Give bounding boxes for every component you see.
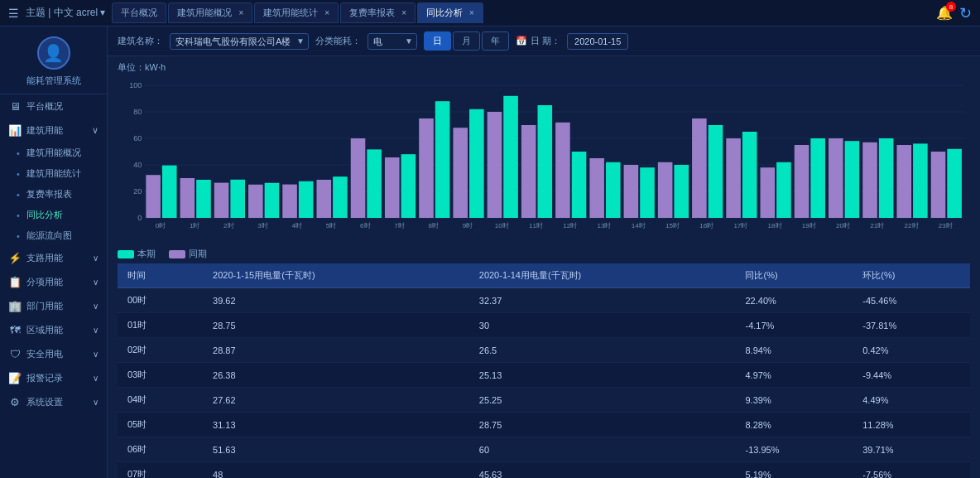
- svg-rect-60: [692, 118, 707, 218]
- table-row: 02时28.8726.58.94%0.42%: [118, 338, 970, 363]
- svg-rect-61: [709, 125, 723, 218]
- svg-text:5时: 5时: [326, 222, 337, 229]
- sidebar-label-sub: 分项用能: [26, 276, 63, 288]
- sidebar-sub-item-flow[interactable]: 能源流向图: [8, 225, 107, 246]
- building-select[interactable]: 安科瑞电气股份有限公司A楼: [170, 33, 309, 50]
- btn-year[interactable]: 年: [482, 31, 509, 51]
- svg-rect-43: [503, 96, 518, 218]
- date-value[interactable]: 2020-01-15: [567, 33, 628, 50]
- tab-close-icon[interactable]: ×: [238, 8, 243, 17]
- safety-icon: 🛡: [8, 348, 22, 360]
- chart-area: 单位：kW·h 0204060801000时1时2时3时4时5时6时7时8时9时…: [108, 56, 980, 263]
- table-row: 07时4845.635.19%-7.56%: [118, 462, 970, 479]
- svg-rect-39: [453, 128, 468, 218]
- svg-rect-24: [282, 185, 297, 218]
- main-layout: 👤 能耗管理系统 🖥 平台概况 📊 建筑用能 ∨ 建筑用能概况 建筑用能统计: [0, 27, 980, 478]
- tab-close-icon[interactable]: ×: [401, 8, 406, 17]
- table-cell: 26.38: [203, 363, 469, 388]
- tab-item-复费率报表[interactable]: 复费率报表×: [340, 2, 416, 23]
- sidebar-item-safety[interactable]: 🛡 安全用电 ∨: [0, 342, 107, 366]
- sidebar-item-sub[interactable]: 📋 分项用能 ∨: [0, 270, 107, 294]
- table-header-cell: 同比(%): [735, 263, 853, 288]
- table-cell: 11.28%: [853, 413, 970, 437]
- sidebar-item-dept[interactable]: 🏢 部门用能 ∨: [0, 294, 107, 318]
- table-cell: 04时: [118, 388, 203, 413]
- legend-current: 本期: [118, 248, 156, 260]
- svg-text:15时: 15时: [665, 222, 680, 229]
- table-header-row: 时间2020-1-15用电量(千瓦时)2020-1-14用电量(千瓦时)同比(%…: [118, 263, 970, 288]
- table-cell: 25.25: [469, 388, 736, 413]
- table-cell: 39.62: [203, 288, 469, 313]
- table-cell: 32.37: [469, 288, 736, 313]
- svg-rect-76: [879, 138, 894, 218]
- svg-text:21时: 21时: [870, 222, 884, 229]
- tab-item-平台概况[interactable]: 平台概况: [112, 2, 166, 23]
- svg-text:0: 0: [137, 214, 142, 222]
- svg-text:16时: 16时: [699, 222, 713, 229]
- branch-chevron: ∨: [93, 253, 98, 263]
- tabs-bar: 平台概况建筑用能概况×建筑用能统计×复费率报表×同比分析×: [112, 2, 936, 23]
- svg-rect-21: [248, 185, 263, 218]
- legend-prev-color: [169, 250, 185, 258]
- legend-current-label: 本期: [137, 248, 156, 260]
- sidebar-item-region[interactable]: 🗺 区域用能 ∨: [0, 318, 107, 342]
- sidebar-sub-item-yoy[interactable]: 同比分析: [8, 205, 107, 225]
- sidebar-item-branch[interactable]: ⚡ 支路用能 ∨: [0, 246, 107, 270]
- sub-chevron: ∨: [93, 278, 98, 287]
- svg-rect-67: [776, 162, 791, 218]
- svg-rect-52: [606, 162, 621, 218]
- table-cell: -9.44%: [853, 363, 970, 388]
- category-filter-label: 分类能耗：: [315, 35, 361, 47]
- svg-rect-40: [469, 109, 484, 218]
- table-cell: 9.39%: [735, 388, 853, 413]
- data-table: 时间2020-1-15用电量(千瓦时)2020-1-14用电量(千瓦时)同比(%…: [118, 263, 970, 478]
- table-cell: 28.75: [469, 413, 736, 437]
- chart-unit-label: 单位：kW·h: [118, 61, 970, 74]
- sidebar-group-building-header[interactable]: 📊 建筑用能 ∨: [0, 118, 107, 142]
- sidebar-sub-item-tariff[interactable]: 复费率报表: [8, 184, 107, 205]
- tab-item-建筑用能统计[interactable]: 建筑用能统计×: [254, 2, 339, 23]
- settings-icon: ⚙: [8, 396, 22, 408]
- sidebar-label-settings: 系统设置: [26, 396, 63, 408]
- sidebar-sub-item-stats[interactable]: 建筑用能统计: [8, 163, 107, 184]
- sidebar: 👤 能耗管理系统 🖥 平台概况 📊 建筑用能 ∨ 建筑用能概况 建筑用能统计: [0, 27, 108, 478]
- table-cell: 07时: [118, 462, 203, 479]
- svg-rect-48: [555, 123, 570, 218]
- btn-month[interactable]: 月: [453, 31, 480, 51]
- tab-item-建筑用能概况[interactable]: 建筑用能概况×: [168, 2, 252, 23]
- table-head: 时间2020-1-15用电量(千瓦时)2020-1-14用电量(千瓦时)同比(%…: [118, 263, 970, 288]
- tab-item-同比分析[interactable]: 同比分析×: [417, 2, 483, 23]
- tab-close-icon[interactable]: ×: [324, 8, 329, 17]
- sidebar-header: 👤 能耗管理系统: [0, 27, 107, 94]
- notification-icon[interactable]: 🔔 8: [936, 5, 953, 21]
- svg-rect-81: [931, 152, 946, 218]
- safety-chevron: ∨: [93, 350, 98, 359]
- sidebar-label-region: 区域用能: [26, 324, 63, 336]
- svg-rect-25: [299, 181, 314, 218]
- svg-text:2时: 2时: [223, 222, 234, 229]
- table-row: 01时28.7530-4.17%-37.81%: [118, 313, 970, 338]
- hamburger-icon[interactable]: ☰: [8, 7, 19, 20]
- table-header-cell: 2020-1-14用电量(千瓦时): [469, 263, 736, 288]
- building-filter-label: 建筑名称：: [118, 35, 163, 47]
- category-select[interactable]: 电: [368, 33, 417, 50]
- sidebar-sub-item-overview[interactable]: 建筑用能概况: [8, 142, 107, 163]
- table-header-cell: 2020-1-15用电量(千瓦时): [203, 263, 469, 288]
- table-cell: -7.56%: [853, 462, 970, 479]
- sidebar-label-branch: 支路用能: [26, 252, 63, 264]
- svg-text:18时: 18时: [768, 222, 782, 229]
- table-cell: 30: [469, 313, 736, 338]
- btn-day[interactable]: 日: [424, 31, 451, 51]
- table-cell: -45.46%: [853, 288, 970, 313]
- tab-close-icon[interactable]: ×: [469, 8, 474, 17]
- avatar: 👤: [37, 36, 70, 70]
- table-cell: 4.49%: [853, 388, 970, 413]
- sidebar-item-platform[interactable]: 🖥 平台概况: [0, 94, 107, 118]
- svg-rect-57: [658, 162, 673, 218]
- sidebar-item-alarm[interactable]: 📝 报警记录 ∨: [0, 366, 107, 390]
- table-cell: -13.95%: [735, 437, 853, 462]
- refresh-icon[interactable]: ↻: [959, 4, 972, 22]
- svg-rect-46: [538, 105, 553, 218]
- sidebar-item-settings[interactable]: ⚙ 系统设置 ∨: [0, 390, 107, 414]
- date-label: 📅 日 期：: [516, 35, 560, 47]
